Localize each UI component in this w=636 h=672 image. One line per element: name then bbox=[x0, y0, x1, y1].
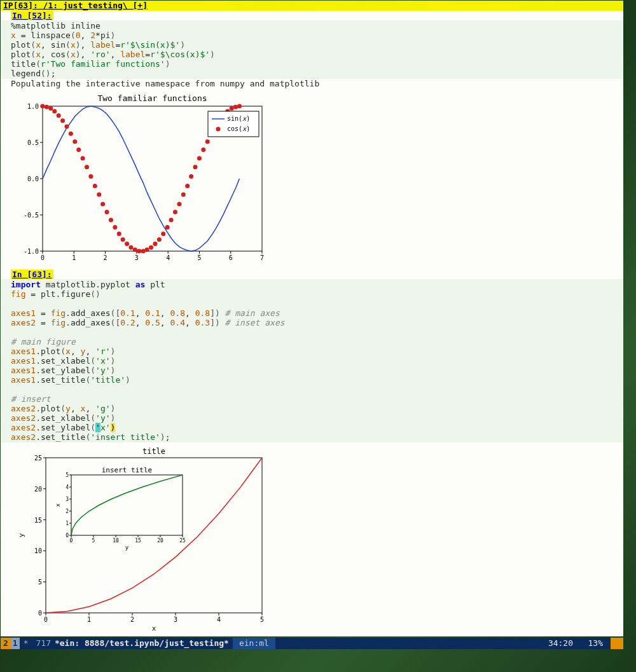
svg-text:2: 2 bbox=[104, 254, 107, 261]
svg-text:3: 3 bbox=[174, 616, 177, 623]
svg-point-75 bbox=[230, 106, 234, 111]
svg-point-47 bbox=[117, 231, 121, 236]
svg-text:25: 25 bbox=[179, 538, 186, 544]
svg-point-65 bbox=[189, 174, 193, 179]
mode-position: 34:20 13% bbox=[548, 638, 605, 649]
cell-1[interactable]: In [52]: %matplotlib inline x = linspace… bbox=[1, 11, 623, 270]
svg-point-61 bbox=[173, 210, 177, 214]
svg-point-38 bbox=[81, 156, 85, 161]
mode-badge-2: 1 bbox=[11, 638, 20, 649]
svg-point-33 bbox=[60, 118, 65, 123]
svg-text:10: 10 bbox=[113, 538, 119, 544]
svg-point-32 bbox=[57, 113, 61, 118]
mode-num: 717 bbox=[32, 638, 54, 649]
svg-text:15: 15 bbox=[135, 538, 141, 544]
mode-line: 21 * 717 *ein: 8888/test.ipynb/just_test… bbox=[1, 638, 623, 649]
svg-text:0: 0 bbox=[41, 254, 45, 261]
svg-text:10: 10 bbox=[34, 547, 42, 554]
svg-text:7: 7 bbox=[260, 254, 264, 261]
code-block-2[interactable]: import matplotlib.pyplot as plt fig = pl… bbox=[1, 279, 623, 442]
svg-text:sin(x): sin(x) bbox=[227, 115, 250, 122]
svg-text:1: 1 bbox=[72, 254, 76, 261]
svg-point-58 bbox=[161, 231, 165, 236]
svg-point-30 bbox=[48, 106, 53, 111]
svg-point-42 bbox=[97, 193, 101, 197]
mode-star: * bbox=[20, 638, 32, 649]
svg-text:5: 5 bbox=[66, 472, 69, 478]
in-prompt-2: In [63]: bbox=[11, 270, 53, 279]
svg-text:20: 20 bbox=[157, 538, 163, 544]
svg-point-46 bbox=[113, 225, 117, 230]
svg-point-62 bbox=[177, 202, 181, 206]
svg-text:0.5: 0.5 bbox=[27, 139, 39, 146]
svg-text:5: 5 bbox=[197, 254, 201, 261]
mode-badge: 2 bbox=[1, 638, 11, 649]
svg-point-57 bbox=[157, 237, 162, 242]
svg-text:4: 4 bbox=[66, 484, 69, 490]
svg-point-34 bbox=[64, 124, 69, 128]
svg-text:title: title bbox=[142, 447, 165, 456]
svg-text:x: x bbox=[55, 503, 61, 507]
svg-point-81 bbox=[216, 127, 221, 132]
svg-text:1: 1 bbox=[87, 616, 91, 623]
svg-point-51 bbox=[133, 247, 137, 252]
svg-point-77 bbox=[237, 104, 242, 109]
svg-text:cos(x): cos(x) bbox=[227, 125, 250, 132]
svg-rect-111 bbox=[71, 475, 183, 535]
chart-2: title0510152025012345xyinsert title01234… bbox=[11, 446, 265, 631]
svg-point-50 bbox=[128, 245, 133, 250]
svg-point-43 bbox=[100, 202, 105, 206]
chart-1-container: Two familiar functions-1.0-0.50.00.51.00… bbox=[1, 88, 623, 270]
svg-point-63 bbox=[181, 193, 186, 197]
svg-point-44 bbox=[105, 210, 109, 214]
svg-point-69 bbox=[205, 139, 210, 144]
svg-point-45 bbox=[109, 217, 113, 222]
svg-text:2: 2 bbox=[130, 616, 134, 623]
svg-text:5: 5 bbox=[92, 538, 95, 544]
svg-point-35 bbox=[69, 132, 73, 136]
chart-2-container: title0510152025012345xyinsert title01234… bbox=[1, 442, 623, 636]
svg-point-64 bbox=[185, 184, 190, 188]
svg-text:-0.5: -0.5 bbox=[24, 212, 39, 219]
svg-point-41 bbox=[93, 184, 97, 188]
svg-point-68 bbox=[201, 147, 205, 152]
cell-2[interactable]: In [63]: import matplotlib.pyplot as plt… bbox=[1, 270, 623, 636]
chart-1: Two familiar functions-1.0-0.50.00.51.00… bbox=[11, 92, 265, 264]
svg-point-66 bbox=[193, 165, 198, 169]
svg-point-37 bbox=[76, 147, 81, 152]
svg-point-29 bbox=[45, 105, 49, 109]
svg-text:4: 4 bbox=[166, 254, 170, 261]
svg-text:5: 5 bbox=[260, 616, 264, 623]
svg-point-40 bbox=[88, 174, 93, 179]
svg-text:0: 0 bbox=[44, 616, 48, 623]
svg-text:4: 4 bbox=[217, 616, 221, 623]
svg-point-67 bbox=[197, 156, 202, 161]
svg-text:0: 0 bbox=[38, 610, 42, 617]
svg-point-49 bbox=[125, 242, 129, 246]
svg-point-54 bbox=[145, 247, 149, 252]
svg-text:-1.0: -1.0 bbox=[24, 248, 39, 255]
svg-text:x: x bbox=[152, 624, 156, 631]
svg-point-60 bbox=[169, 217, 174, 222]
output-text-1: Populating the interactive namespace fro… bbox=[1, 79, 623, 88]
svg-point-52 bbox=[137, 249, 141, 254]
svg-point-56 bbox=[153, 242, 157, 246]
svg-point-28 bbox=[41, 104, 45, 109]
svg-text:2: 2 bbox=[66, 509, 69, 514]
svg-text:y: y bbox=[125, 544, 129, 551]
svg-text:1: 1 bbox=[66, 521, 69, 526]
mode-end-block bbox=[611, 638, 623, 649]
code-block-1[interactable]: %matplotlib inline x = linspace(0, 2*pi)… bbox=[1, 20, 623, 79]
svg-text:0: 0 bbox=[70, 538, 73, 544]
editor-frame: IP[63]: /1: just_testing\ [+] In [52]: %… bbox=[1, 1, 623, 636]
svg-text:20: 20 bbox=[34, 486, 42, 493]
svg-point-31 bbox=[52, 109, 57, 113]
mode-buffer-name: *ein: 8888/test.ipynb/just_testing* bbox=[55, 638, 229, 649]
mode-major: ein:ml bbox=[233, 638, 275, 649]
svg-point-59 bbox=[165, 225, 170, 230]
svg-text:6: 6 bbox=[229, 254, 233, 261]
svg-text:Two familiar functions: Two familiar functions bbox=[97, 93, 207, 103]
svg-text:15: 15 bbox=[34, 517, 42, 524]
svg-text:insert title: insert title bbox=[102, 466, 152, 474]
in-prompt-1: In [52]: bbox=[11, 11, 53, 20]
